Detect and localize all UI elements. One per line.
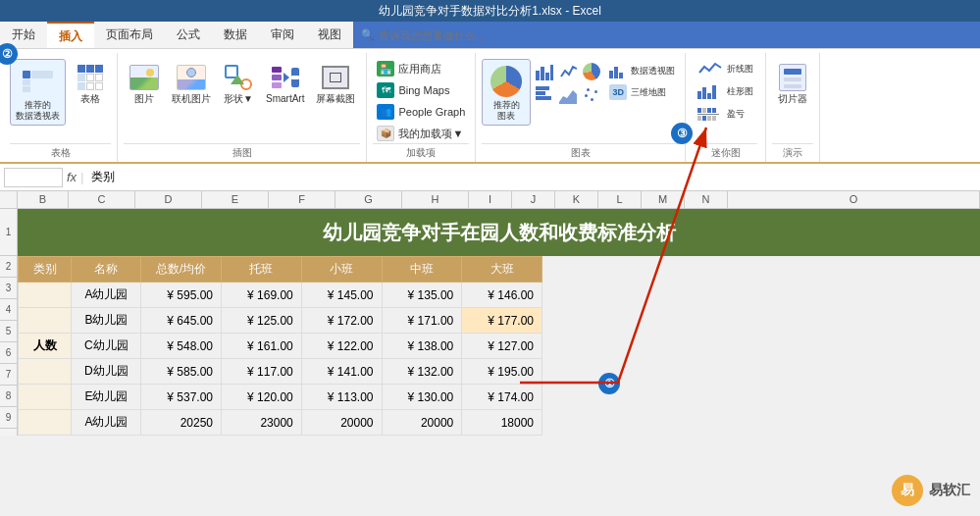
title-bar-text: 幼儿园竞争对手数据对比分析1.xlsx - Excel (379, 3, 601, 20)
td-category-5 (19, 410, 72, 436)
table-row: A幼儿园 ¥ 595.00 ¥ 169.00 ¥ 145.00 ¥ 135.00… (19, 283, 542, 308)
btn-bar-chart[interactable] (534, 84, 555, 106)
tab-review[interactable]: 审阅 (259, 22, 306, 48)
col-header-C[interactable]: C (69, 191, 135, 208)
btn-myaddin[interactable]: 📦 我的加载项▼ (373, 124, 469, 143)
col-header-G[interactable]: G (335, 191, 402, 208)
data-table: 类别 名称 总数/均价 托班 小班 中班 大班 A幼儿园 ¥ 595.00 (18, 256, 542, 436)
col-header-K[interactable]: K (555, 191, 598, 208)
tab-formula[interactable]: 公式 (165, 22, 212, 48)
td-zhongban-5: 20000 (382, 410, 462, 436)
tab-view[interactable]: 视图 (306, 22, 353, 48)
col-header-I[interactable]: I (469, 191, 512, 208)
tab-data[interactable]: 数据 (212, 22, 259, 48)
td-tuoban-5: 23000 (222, 410, 302, 436)
btn-scatter-chart[interactable] (581, 84, 602, 106)
td-tuoban-2: ¥ 161.00 (222, 334, 302, 359)
td-category-4 (19, 385, 72, 410)
td-name-3[interactable]: D幼儿园 (72, 359, 141, 385)
col-header-J[interactable]: J (512, 191, 555, 208)
col-header-E[interactable]: E (202, 191, 269, 208)
btn-slicer[interactable]: 切片器 (772, 59, 813, 108)
btn-smartart[interactable]: SmartArt (261, 59, 309, 108)
td-xiaoban-3: ¥ 141.00 (301, 359, 382, 385)
btn-picture[interactable]: 图片 (124, 59, 165, 108)
watermark-text: 易软汇 (929, 482, 970, 499)
btn-sparkline-bar[interactable]: 柱形图 (694, 81, 757, 101)
btn-pivot-chart[interactable]: 数据透视图 (605, 61, 679, 80)
td-name-2[interactable]: C幼儿园 (72, 334, 141, 359)
btn-peoplegraph[interactable]: 👥 People Graph (373, 102, 469, 122)
btn-shapes[interactable]: 形状▼ (218, 59, 259, 108)
row-numbers: 1 2 3 4 5 6 7 8 9 (0, 209, 18, 436)
td-category-3 (19, 359, 72, 385)
col-header-F[interactable]: F (269, 191, 335, 208)
spreadsheet-title: 幼儿园竞争对手在园人数和收费标准分析 (18, 209, 980, 256)
col-header-N[interactable]: N (685, 191, 728, 208)
col-header-B[interactable]: B (18, 191, 69, 208)
btn-table[interactable]: 表格 (70, 59, 111, 108)
fx-icon: fx (67, 170, 77, 184)
td-zhongban-3: ¥ 132.00 (382, 359, 462, 385)
td-zhongban-0: ¥ 135.00 (382, 283, 462, 308)
btn-pie-chart[interactable] (581, 61, 602, 82)
table-row: 人数 C幼儿园 ¥ 548.00 ¥ 161.00 ¥ 122.00 ¥ 138… (19, 334, 542, 359)
td-total-2: ¥ 548.00 (141, 334, 222, 359)
column-headers: B C D E F G H I J K L M N O (0, 191, 980, 209)
th-daban: 大班 (462, 257, 542, 283)
btn-area-chart[interactable] (557, 84, 579, 106)
btn-column-chart[interactable] (534, 61, 555, 82)
ribbon-content: ② (0, 49, 980, 164)
td-total-3: ¥ 585.00 (141, 359, 222, 385)
td-name-0[interactable]: A幼儿园 (72, 283, 141, 308)
ribbon-tabs: 开始 插入 页面布局 公式 数据 审阅 视图 🔍 (0, 22, 980, 49)
group-charts: ③ 推荐的图表 (476, 53, 686, 162)
svg-marker-0 (559, 90, 577, 104)
th-tuoban: 托班 (222, 257, 302, 283)
name-box[interactable] (4, 168, 63, 187)
btn-line-chart[interactable] (557, 61, 579, 82)
group-tables: ② (4, 53, 118, 162)
btn-sparkline-winloss[interactable]: 盈亏 (694, 104, 757, 124)
btn-recommend-chart[interactable]: 推荐的图表 (482, 59, 531, 126)
td-total-5: 20250 (141, 410, 222, 436)
td-tuoban-3: ¥ 117.00 (222, 359, 302, 385)
td-total-4: ¥ 537.00 (141, 385, 222, 410)
btn-appstore[interactable]: 🏪 应用商店 (373, 59, 469, 78)
btn-sparkline-line[interactable]: 折线图 (694, 59, 757, 78)
td-daban-2: ¥ 127.00 (462, 334, 542, 359)
tab-pagelayout[interactable]: 页面布局 (94, 22, 165, 48)
td-name-5[interactable]: A幼儿园 (72, 410, 141, 436)
td-name-4[interactable]: E幼儿园 (72, 385, 141, 410)
td-name-1[interactable]: B幼儿园 (72, 308, 141, 334)
th-zhongban: 中班 (382, 257, 462, 283)
td-xiaoban-2: ¥ 122.00 (301, 334, 382, 359)
td-category-2: 人数 (19, 334, 72, 359)
td-tuoban-1: ¥ 125.00 (222, 308, 302, 334)
btn-bingmaps[interactable]: 🗺 Bing Maps (373, 80, 469, 100)
btn-screenshot[interactable]: 屏幕截图 (311, 59, 360, 108)
table-row: E幼儿园 ¥ 537.00 ¥ 120.00 ¥ 113.00 ¥ 130.00… (19, 385, 542, 410)
group-tours-label: 演示 (772, 143, 813, 160)
tab-insert[interactable]: 插入 (47, 22, 94, 48)
table-row: B幼儿园 ¥ 645.00 ¥ 125.00 ¥ 172.00 ¥ 171.00… (19, 308, 542, 334)
td-total-1: ¥ 645.00 (141, 308, 222, 334)
col-header-M[interactable]: M (642, 191, 685, 208)
col-header-O[interactable]: O (728, 191, 980, 208)
td-tuoban-0: ¥ 169.00 (222, 283, 302, 308)
formula-input[interactable] (87, 169, 976, 186)
btn-recommend-pivot[interactable]: 推荐的数据透视表 (10, 59, 66, 126)
col-header-D[interactable]: D (135, 191, 202, 208)
table-row: A幼儿园 20250 23000 20000 20000 18000 (19, 410, 542, 436)
group-tours: 切片器 演示 (766, 53, 820, 162)
btn-3dmap[interactable]: 3D 三维地图 (605, 82, 679, 102)
col-header-H[interactable]: H (402, 191, 469, 208)
btn-online-picture[interactable]: 联机图片 (167, 59, 216, 108)
group-tables-label: 表格 (10, 143, 111, 160)
search-input[interactable] (379, 29, 575, 41)
td-total-0: ¥ 595.00 (141, 283, 222, 308)
group-sparklines-label: 迷你图 (694, 143, 757, 160)
th-xiaoban: 小班 (301, 257, 382, 283)
td-zhongban-4: ¥ 130.00 (382, 385, 462, 410)
col-header-L[interactable]: L (598, 191, 642, 208)
